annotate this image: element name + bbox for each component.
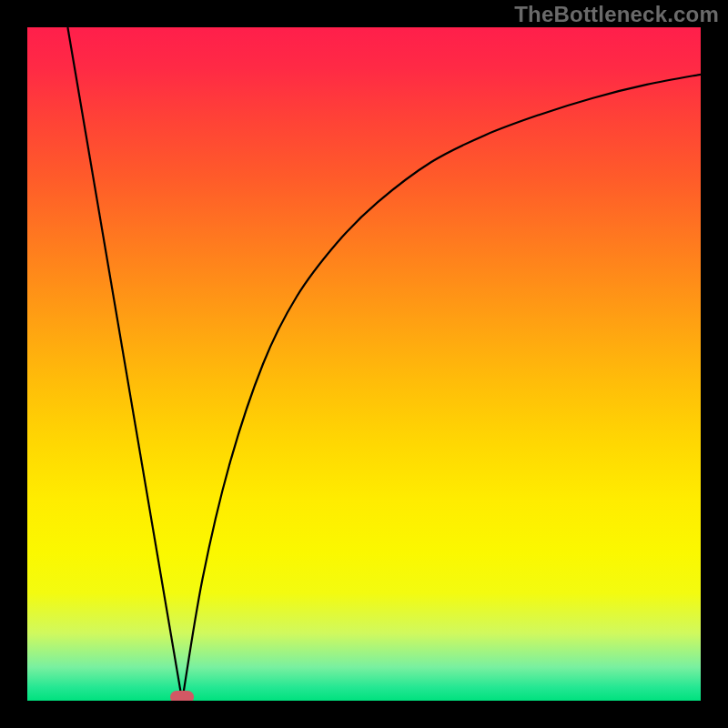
chart-frame: TheBottleneck.com xyxy=(0,0,728,728)
watermark-text: TheBottleneck.com xyxy=(514,2,719,27)
optimum-marker xyxy=(170,691,194,701)
curve-left-branch xyxy=(67,27,182,701)
curve-right-branch xyxy=(182,75,701,701)
plot-area xyxy=(27,27,701,701)
curve-svg xyxy=(27,27,701,701)
